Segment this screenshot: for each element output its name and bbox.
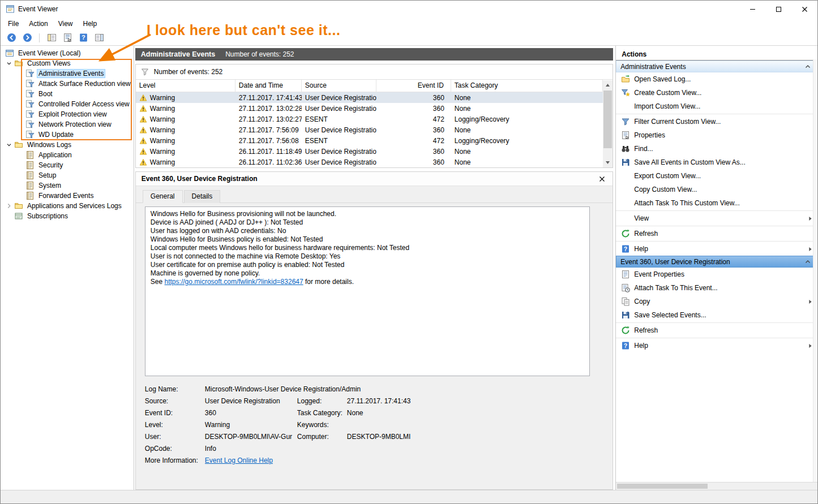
- toolbar-forward-button[interactable]: [21, 32, 33, 44]
- tab-general[interactable]: General: [143, 190, 183, 203]
- tree-root-event-viewer-local[interactable]: Event Viewer (Local): [1, 48, 134, 58]
- action-import-custom-view[interactable]: Import Custom View...: [616, 100, 817, 113]
- tree-item-network-protection-view[interactable]: Network Protection view: [1, 119, 134, 130]
- toolbar-back-button[interactable]: [5, 32, 18, 44]
- tab-details[interactable]: Details: [184, 190, 221, 203]
- separator: [616, 210, 817, 211]
- table-row[interactable]: Warning27.11.2017. 13:02:28User Device R…: [136, 103, 603, 114]
- action-label: Import Custom View...: [634, 102, 700, 110]
- table-row[interactable]: Warning27.11.2017. 13:02:27ESENT472Loggi…: [136, 114, 603, 124]
- action-properties[interactable]: Properties: [616, 128, 817, 142]
- chevron-expanded-icon[interactable]: [5, 141, 13, 149]
- chevron-expanded-icon[interactable]: [5, 59, 13, 67]
- fwlink[interactable]: https://go.microsoft.com/fwlink/?linkid=…: [165, 278, 303, 286]
- tree-group-windows-logs[interactable]: Windows Logs: [1, 140, 134, 150]
- maximize-icon: [776, 6, 782, 12]
- close-preview-button[interactable]: [597, 174, 607, 184]
- minimize-button[interactable]: [739, 1, 765, 18]
- tree-group-custom-views[interactable]: Custom Views: [1, 58, 134, 68]
- field-value: Info: [205, 445, 590, 453]
- action-copy-custom-view[interactable]: Copy Custom View...: [616, 183, 817, 196]
- toolbar-properties-button[interactable]: [61, 32, 74, 44]
- separator: [616, 114, 817, 114]
- help-icon: ?: [621, 341, 630, 350]
- tree-item-administrative-events[interactable]: Administrative Events: [1, 68, 134, 79]
- action-find[interactable]: Find...: [616, 142, 817, 156]
- toolbar-action-pane-button[interactable]: [93, 32, 105, 44]
- event-log-online-help-link[interactable]: Event Log Online Help: [205, 456, 273, 464]
- tree-item-application[interactable]: Application: [1, 150, 134, 160]
- action-attach-task-to-this-event[interactable]: Attach Task To This Event...: [616, 281, 817, 295]
- level-cell: Warning: [136, 94, 235, 102]
- actions-horizontal-scrollbar[interactable]: [616, 482, 817, 490]
- action-refresh[interactable]: Refresh: [616, 324, 817, 337]
- column-header-level[interactable]: Level: [136, 80, 235, 92]
- close-button[interactable]: [791, 1, 817, 18]
- action-save-all-events-in-custom-view-as[interactable]: Save All Events in Custom View As...: [616, 156, 817, 169]
- action-open-saved-log[interactable]: Open Saved Log...: [616, 72, 817, 86]
- action-label: Refresh: [634, 230, 658, 238]
- maximize-button[interactable]: [765, 1, 791, 18]
- menu-file[interactable]: File: [3, 18, 24, 29]
- event-detail-panel: Event 360, User Device Registration Gene…: [135, 171, 613, 490]
- tree-item-exploit-protection-view[interactable]: Exploit Protection view: [1, 109, 134, 119]
- action-view[interactable]: View: [616, 212, 817, 225]
- tree-item-attack-surface-reduction-view[interactable]: Attack Surface Reduction view: [1, 79, 134, 89]
- menu-action[interactable]: Action: [24, 18, 53, 29]
- chevron-placeholder: [5, 212, 13, 220]
- scrollbar-thumb[interactable]: [617, 484, 708, 489]
- menu-view[interactable]: View: [53, 18, 78, 29]
- submenu-chevron-icon: [808, 299, 812, 304]
- action-attach-task-to-this-custom-view[interactable]: Attach Task To This Custom View...: [616, 196, 817, 210]
- tree-item-wd-update[interactable]: WD Update: [1, 130, 134, 140]
- tree-item-security[interactable]: Security: [1, 160, 134, 170]
- collapse-chevron-icon[interactable]: [805, 64, 811, 70]
- action-create-custom-view[interactable]: Create Custom View...: [616, 86, 817, 100]
- actions-section-header-administrative-events[interactable]: Administrative Events: [616, 61, 817, 72]
- menu-help[interactable]: Help: [78, 18, 102, 29]
- collapse-chevron-icon[interactable]: [805, 259, 811, 265]
- action-copy[interactable]: Copy: [616, 295, 817, 308]
- event-id-cell: 360: [376, 158, 451, 166]
- tree-group-applications-and-services-logs[interactable]: Applications and Services Logs: [1, 201, 134, 211]
- action-refresh[interactable]: Refresh: [616, 227, 817, 240]
- scrollbar-thumb[interactable]: [603, 91, 612, 148]
- task-category-cell: None: [451, 94, 603, 102]
- column-header-task-category[interactable]: Task Category: [451, 80, 603, 92]
- column-header-source[interactable]: Source: [302, 80, 376, 92]
- toolbar-console-tree-button[interactable]: [45, 32, 58, 44]
- table-row[interactable]: Warning27.11.2017. 7:56:09User Device Re…: [136, 124, 603, 135]
- column-header-event-id[interactable]: Event ID: [376, 80, 451, 92]
- table-row[interactable]: Warning26.11.2017. 11:18:49User Device R…: [136, 146, 603, 157]
- tree-item-boot[interactable]: Boot: [1, 89, 134, 99]
- table-row[interactable]: Warning26.11.2017. 11:02:36User Device R…: [136, 157, 603, 167]
- tree-item-controlled-folder-access-view[interactable]: Controlled Folder Access view: [1, 99, 134, 109]
- table-row[interactable]: Warning27.11.2017. 7:56:08ESENT472Loggin…: [136, 135, 603, 146]
- table-row[interactable]: Warning27.11.2017. 17:41:43User Device R…: [136, 92, 603, 103]
- toolbar-help-button[interactable]: ?: [77, 32, 89, 44]
- tree-item-forwarded-events[interactable]: Forwarded Events: [1, 191, 134, 201]
- column-header-date-and-time[interactable]: Date and Time: [235, 80, 302, 92]
- tree-item-system[interactable]: System: [1, 180, 134, 191]
- actions-section-header-event-360-user-device-registration[interactable]: Event 360, User Device Registration: [616, 256, 817, 268]
- event-list-scrollbar[interactable]: [603, 80, 613, 167]
- scroll-down-button[interactable]: [603, 158, 613, 167]
- field-value: DESKTOP-9MB0LMI: [347, 433, 590, 441]
- actions-vertical-scrollbar[interactable]: [813, 59, 817, 482]
- action-help[interactable]: ?Help: [616, 242, 817, 256]
- actions-panel: Actions Administrative EventsOpen Saved …: [615, 46, 817, 490]
- level-cell: Warning: [136, 126, 235, 134]
- chevron-collapsed-icon[interactable]: [5, 202, 13, 210]
- action-save-selected-events[interactable]: Save Selected Events...: [616, 308, 817, 322]
- filter-row: Number of events: 252: [136, 64, 613, 80]
- action-event-properties[interactable]: Event Properties: [616, 268, 817, 281]
- action-filter-current-custom-view[interactable]: Filter Current Custom View...: [616, 115, 817, 128]
- tree-item-setup[interactable]: Setup: [1, 170, 134, 180]
- scroll-up-button[interactable]: [603, 80, 613, 90]
- field-label: Source:: [145, 397, 205, 405]
- tree-group-subscriptions[interactable]: Subscriptions: [1, 211, 134, 221]
- actions-pane-title: Actions: [616, 48, 817, 61]
- action-help[interactable]: ?Help: [616, 339, 817, 352]
- close-icon: [599, 176, 605, 182]
- action-export-custom-view[interactable]: Export Custom View...: [616, 169, 817, 183]
